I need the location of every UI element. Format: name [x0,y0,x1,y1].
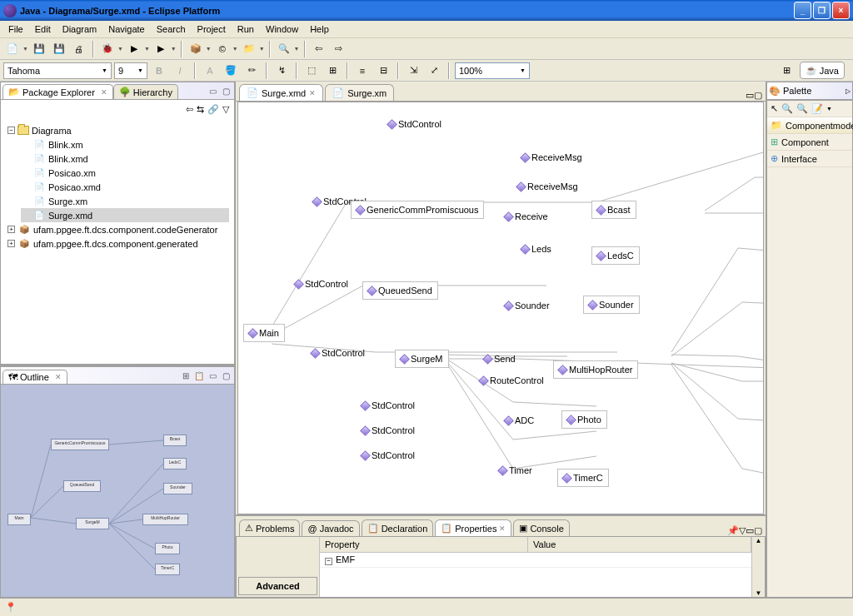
maximize-view-button[interactable]: ▢ [219,369,232,382]
expand-icon[interactable]: + [7,226,15,233]
outline-tab[interactable]: 🗺 Outline✕ [2,370,67,384]
font-color-button[interactable]: A [201,62,219,80]
property-group-row[interactable]: −EMF [320,553,751,568]
collapse-button[interactable]: ⇆ [197,104,204,115]
fill-color-button[interactable]: 🪣 [222,62,240,80]
search-button[interactable]: 🔍 [275,40,293,58]
close-icon[interactable]: ✕ [499,524,506,533]
view-menu-button[interactable]: ▽ [222,104,229,115]
run-ext-button[interactable]: ▶ [152,40,170,58]
menu-diagram[interactable]: Diagram [57,22,103,36]
package-node[interactable]: +📦ufam.ppgee.ft.dcs.component.generated [6,236,229,251]
size-combo[interactable]: 9▼ [114,62,147,79]
view-menu-button[interactable]: ▽ [739,525,746,536]
menu-project[interactable]: Project [192,22,232,36]
component-queuedsend[interactable]: QueuedSend [362,281,438,300]
console-tab[interactable]: ▣ Console [513,519,569,536]
close-icon[interactable]: ✕ [55,373,62,381]
menu-file[interactable]: File [2,22,29,36]
project-node[interactable]: −Diagrama [6,123,229,137]
run-button[interactable]: ▶ [125,40,143,58]
minimize-view-button[interactable]: ▭ [206,369,219,382]
palette-component-tool[interactable]: ⊞ Component [767,134,852,151]
declaration-tab[interactable]: 📋 Declaration [362,519,434,536]
back-nav-button[interactable]: ⇦ [186,104,193,115]
menu-search[interactable]: Search [151,22,192,36]
hierarchy-tab[interactable]: 🌳 Hierarchy [113,84,178,99]
line-color-button[interactable]: ✏ [242,62,261,80]
minimize-view-button[interactable]: ▭ [206,84,219,97]
select-button[interactable]: ⬚ [302,62,321,80]
palette-group[interactable]: 📁 Componentmodel ⇔ [767,117,852,134]
java-perspective-button[interactable]: ☕Java [800,62,845,79]
close-button[interactable]: × [832,2,850,19]
print-button[interactable]: 🖨 [70,40,88,58]
editor-tab-active[interactable]: 📄 Surge.xmd✕ [239,84,323,101]
save-all-button[interactable]: 💾 [50,40,68,58]
component-ledsc[interactable]: LedsC [591,246,640,265]
property-column-header[interactable]: Property [320,537,528,552]
new-folder-button[interactable]: 📁 [240,40,258,58]
minimize-button[interactable]: _ [794,2,811,19]
new-class-button[interactable]: © [213,40,232,58]
palette-select-tool[interactable]: ↖ 🔍 🔍 📝 ▼ [767,101,852,117]
file-node-selected[interactable]: 📄Surge.xmd [21,208,229,222]
package-node[interactable]: +📦ufam.ppgee.ft.dcs.component.codeGenera… [6,222,229,236]
maximize-view-button[interactable]: ▢ [754,525,762,536]
component-genericcomm[interactable]: GenericCommPromiscuous [351,201,484,219]
outline-thumbnail[interactable]: Main GenericCommPromiscuous QueuedSend S… [0,385,235,598]
file-node[interactable]: 📄Posicao.xmd [21,180,229,194]
new-package-button[interactable]: 📦 [187,40,205,58]
palette-interface-tool[interactable]: ⊕ Interface [767,151,852,167]
file-node[interactable]: 📄Blink.xm [21,137,229,152]
menu-help[interactable]: Help [304,22,335,36]
minimize-view-button[interactable]: ▭ [746,525,754,536]
package-explorer-tab[interactable]: 📂 Package Explorer✕ [2,84,113,99]
value-column-header[interactable]: Value [528,537,751,552]
link-button[interactable]: 🔗 [207,104,219,115]
outline-mode-button[interactable]: ⊞ [179,369,192,382]
file-node[interactable]: 📄Blink.xmd [21,152,229,166]
autosize-button[interactable]: ⤢ [425,62,443,80]
component-sounder[interactable]: Sounder [583,296,640,314]
menu-run[interactable]: Run [232,22,260,36]
menu-edit[interactable]: Edit [29,22,57,36]
size-button[interactable]: ⇲ [404,62,422,80]
align-button[interactable]: ≡ [353,62,372,80]
expand-icon[interactable]: + [7,240,15,247]
palette-toggle-icon[interactable]: ▷ [846,87,851,95]
menu-navigate[interactable]: Navigate [102,22,150,36]
component-main[interactable]: Main [243,324,285,342]
component-photo[interactable]: Photo [561,410,607,429]
debug-button[interactable]: 🐞 [98,40,117,58]
zoom-combo[interactable]: 100%▼ [455,62,530,79]
collapse-icon[interactable]: − [7,127,15,134]
close-icon[interactable]: ✕ [309,89,316,97]
scroll-up-button[interactable]: ▲ [752,537,765,544]
menu-window[interactable]: Window [260,22,304,36]
maximize-view-button[interactable]: ▢ [219,84,232,97]
pin-button[interactable]: 📌 [727,525,739,536]
close-icon[interactable]: ✕ [101,88,107,97]
file-node[interactable]: 📄Posicao.xm [21,166,229,180]
component-surgem[interactable]: SurgeM [395,350,449,368]
restore-button[interactable]: ❐ [813,2,831,19]
javadoc-tab[interactable]: @ Javadoc [302,520,359,536]
new-button[interactable]: 📄 [3,40,22,58]
font-combo[interactable]: Tahoma▼ [3,62,112,79]
maximize-editor-button[interactable]: ▢ [754,90,762,101]
advanced-tab-button[interactable]: Advanced [238,577,317,595]
distribute-button[interactable]: ⊟ [374,62,392,80]
router-button[interactable]: ↯ [272,62,291,80]
outline-mode2-button[interactable]: 📋 [192,369,206,382]
bold-button[interactable]: B [150,62,168,80]
problems-tab[interactable]: ⚠ Problems [239,519,300,536]
component-multihoprouter[interactable]: MultiHopRouter [553,360,638,379]
properties-tab[interactable]: 📋 Properties✕ [435,519,511,536]
editor-tab[interactable]: 📄 Surge.xm [325,84,394,101]
arrange-button[interactable]: ⊞ [323,62,342,80]
component-timerc[interactable]: TimerC [557,469,609,487]
scroll-down-button[interactable]: ▼ [752,589,765,597]
save-button[interactable]: 💾 [30,40,48,58]
file-node[interactable]: 📄Surge.xm [21,194,229,208]
